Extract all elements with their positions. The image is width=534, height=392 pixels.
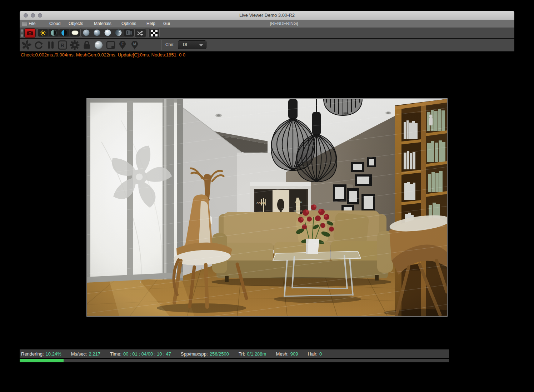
material-glass-button[interactable] bbox=[103, 29, 113, 36]
restart-button[interactable]: R bbox=[57, 40, 68, 50]
camera-button[interactable] bbox=[24, 28, 36, 38]
status-spp: Spp/maxspp:256/2500 bbox=[181, 351, 229, 357]
status-time: Time:00 : 01 : 04/00 : 10 : 47 bbox=[110, 351, 171, 357]
refresh-icon bbox=[34, 41, 43, 49]
checkerboard-icon bbox=[151, 30, 158, 36]
render-progress-track bbox=[20, 359, 449, 362]
region-icon bbox=[106, 41, 115, 49]
status-mesh: Mesh:909 bbox=[276, 351, 298, 357]
menu-materials[interactable]: Materials bbox=[94, 21, 111, 26]
sphere-icon bbox=[94, 40, 103, 50]
pin-m-letter: M bbox=[133, 42, 136, 46]
pause-icon bbox=[48, 41, 54, 49]
toolbar-separator bbox=[161, 40, 162, 50]
material-group bbox=[80, 28, 135, 37]
daylight-sphere-button[interactable] bbox=[49, 29, 59, 36]
arealight-pill-icon bbox=[71, 30, 79, 35]
shuffle-button[interactable] bbox=[135, 28, 146, 38]
window-title: Live Viewer Demo 3.00-R2 bbox=[20, 13, 514, 18]
shuffle-icon bbox=[137, 30, 144, 36]
refresh-button[interactable] bbox=[33, 40, 44, 50]
sphere-half-blue-icon bbox=[61, 30, 68, 36]
material-sphere-glass-icon bbox=[104, 29, 111, 36]
render-image: COOK PINCH MEAL SNACK bbox=[87, 99, 447, 316]
channel-value: DL bbox=[183, 42, 188, 47]
environment-group bbox=[37, 28, 81, 37]
menu-gui[interactable]: Gui bbox=[163, 21, 170, 26]
menu-cloud[interactable]: Cloud bbox=[49, 21, 60, 26]
toolbar-top bbox=[20, 28, 514, 38]
chevron-down-icon bbox=[199, 44, 203, 46]
desktop-background: Live Viewer Demo 3.00-R2 File Cloud Obje… bbox=[0, 0, 534, 392]
octane-pinwheel-icon bbox=[21, 40, 31, 50]
pin-f-letter: F bbox=[121, 42, 124, 46]
sun-light-button[interactable] bbox=[38, 29, 48, 36]
material-glossy-button[interactable] bbox=[92, 29, 102, 36]
material-diffuse-button[interactable] bbox=[81, 29, 91, 36]
channel-dropdown[interactable]: DL bbox=[178, 40, 206, 49]
lock-button[interactable] bbox=[81, 40, 92, 50]
octane-logo-button[interactable] bbox=[21, 40, 32, 50]
camera-icon bbox=[27, 31, 33, 35]
settings-button[interactable] bbox=[69, 40, 80, 50]
menu-help[interactable]: Help bbox=[146, 21, 155, 26]
status-bar: Rendering:10.24% Ms/sec:2.217 Time:00 : … bbox=[20, 349, 449, 358]
menu-file[interactable]: File bbox=[29, 21, 35, 26]
render-progress-fill bbox=[20, 359, 64, 362]
status-tri: Tri:0/1.288m bbox=[239, 351, 266, 357]
menu-objects[interactable]: Objects bbox=[69, 21, 83, 26]
material-picker-button[interactable]: M bbox=[130, 40, 139, 50]
material-sphere-metal-icon bbox=[115, 29, 122, 36]
material-sphere-glossy-icon bbox=[94, 29, 100, 36]
pack-button[interactable] bbox=[124, 29, 134, 36]
status-hair: Hair:0 bbox=[308, 351, 322, 357]
pin-m-icon: M bbox=[131, 40, 138, 50]
sky-sphere-button[interactable] bbox=[59, 29, 69, 36]
menu-grip-icon[interactable] bbox=[22, 22, 27, 26]
material-metal-button[interactable] bbox=[113, 29, 123, 36]
restart-letter: R bbox=[61, 42, 65, 48]
menu-options[interactable]: Options bbox=[121, 21, 136, 26]
render-viewport[interactable]: COOK PINCH MEAL SNACK bbox=[86, 98, 448, 317]
toolbar-grip-icon[interactable] bbox=[21, 29, 23, 37]
focus-picker-button[interactable]: F bbox=[118, 40, 127, 50]
restart-icon: R bbox=[58, 40, 67, 50]
live-viewer-window: Live Viewer Demo 3.00-R2 File Cloud Obje… bbox=[20, 11, 514, 366]
sun-icon bbox=[40, 30, 46, 36]
perf-stats-line: Check:0.002ms./0.004ms. MeshGen:0.022ms.… bbox=[21, 52, 185, 58]
material-ball-button[interactable] bbox=[93, 40, 104, 50]
material-sphere-matte-icon bbox=[83, 29, 90, 36]
lock-icon bbox=[83, 41, 91, 49]
package-icon bbox=[126, 30, 132, 35]
region-button[interactable] bbox=[105, 40, 116, 50]
rendering-status-label: [RENDERING] bbox=[270, 21, 298, 26]
pin-f-icon: F bbox=[119, 40, 126, 50]
toolbar-bottom: R bbox=[20, 39, 514, 51]
area-light-button[interactable] bbox=[70, 29, 80, 36]
sphere-half-teal-icon bbox=[50, 30, 57, 36]
gear-icon bbox=[70, 40, 80, 50]
channel-label: Chn: bbox=[165, 42, 174, 47]
status-rendering: Rendering:10.24% bbox=[21, 351, 61, 357]
alpha-checker-button[interactable] bbox=[148, 28, 160, 38]
status-ms-sec: Ms/sec:2.217 bbox=[71, 351, 100, 357]
pause-button[interactable] bbox=[45, 40, 56, 50]
menu-bar: File Cloud Objects Materials Options Hel… bbox=[20, 20, 514, 28]
title-bar[interactable]: Live Viewer Demo 3.00-R2 bbox=[20, 11, 514, 20]
